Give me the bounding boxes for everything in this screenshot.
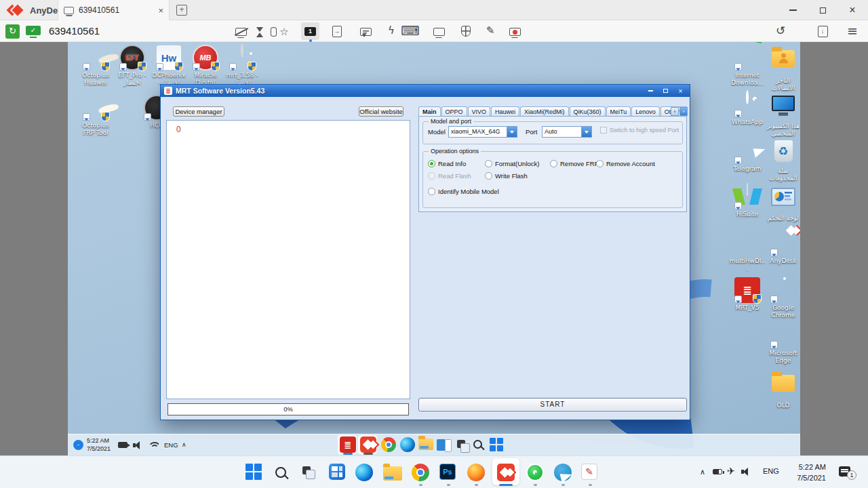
remote-clock[interactable]: 5:22 AM 7/5/2021 <box>87 437 111 453</box>
local-start-button[interactable] <box>245 464 263 481</box>
desktop-icon-eft-pro[interactable]: EFT EFT_Pro - اختصار <box>114 45 151 87</box>
whiteboard-pen-icon[interactable]: ✎ <box>483 24 498 37</box>
local-taskbar-photoshop[interactable]: Ps <box>439 464 457 481</box>
session-tab[interactable]: 639410561 × <box>58 0 170 20</box>
desktop-icon-dcphoenix[interactable]: Hw DCPhoenix - اختصار <box>151 45 187 87</box>
mrt-close-button[interactable]: × <box>675 87 686 96</box>
desktop-icon-mrt-358[interactable]: mrt_3.58 - اختصار <box>224 45 260 87</box>
remote-taskbar-edge[interactable] <box>400 437 415 452</box>
session-time-icon[interactable] <box>252 26 267 38</box>
local-clock[interactable]: 5:22 AM 7/5/2021 <box>788 462 826 484</box>
local-speaker-icon[interactable] <box>741 468 751 476</box>
local-language-indicator[interactable]: ENG <box>763 467 779 475</box>
desktop-icon-this-pc[interactable]: هذا الكمبيوتر الشخصي <box>765 92 800 138</box>
local-taskbar-firefox[interactable] <box>467 464 485 481</box>
desktop-icon-miracle[interactable]: MB Miracle Digital <box>187 45 224 87</box>
tab-scroll-right-button[interactable]: › <box>679 107 688 116</box>
tab-meitu[interactable]: MeiTu <box>606 106 631 117</box>
remote-taskbar-start[interactable] <box>490 438 506 454</box>
local-taskbar-graphics-tool[interactable]: ✎ <box>581 464 599 481</box>
window-minimize-button[interactable] <box>781 0 804 20</box>
tab-main[interactable]: Main <box>418 106 441 117</box>
desktop-icon-old-folder[interactable]: OLD <box>765 369 800 409</box>
remote-speaker-icon[interactable] <box>133 441 142 449</box>
local-task-view-button[interactable] <box>301 465 319 483</box>
tab-oppo[interactable]: OPPO <box>441 106 467 117</box>
remote-taskbar-chrome[interactable] <box>381 437 396 452</box>
start-button[interactable]: START <box>418 398 687 411</box>
official-website-button[interactable]: Official website <box>359 106 403 117</box>
privacy-screen-icon[interactable] <box>233 26 248 38</box>
mrt-minimize-button[interactable] <box>645 87 656 96</box>
desktop-icon-whatsapp[interactable]: WhatsApp <box>729 92 766 126</box>
remote-taskbar-desktops[interactable] <box>456 439 472 455</box>
record-session-icon[interactable] <box>507 26 522 38</box>
monitor-1-button[interactable]: 1 <box>301 22 319 40</box>
radio-identify-mobile-model[interactable]: Identify Mobile Model <box>428 187 499 196</box>
tab-xiaomi[interactable]: XiaoMi(RedMi) <box>520 106 569 117</box>
actions-lightning-icon[interactable]: ϟ <box>384 24 399 37</box>
desktop-icon-mrt-v5[interactable]: ≣ MRT_V5 <box>729 277 766 312</box>
history-icon[interactable]: ↺ <box>773 24 788 37</box>
mrt-titlebar[interactable]: ≣ MRT Software Version5.43 × <box>161 85 690 97</box>
tab-huawei[interactable]: Hauwei <box>491 106 519 117</box>
session-status-icon[interactable]: ↻ <box>5 24 20 39</box>
local-taskbar-explorer[interactable] <box>383 466 401 484</box>
remote-notification-icon[interactable]: - <box>73 440 83 450</box>
permissions-shield-icon[interactable] <box>458 25 473 37</box>
remote-language-indicator[interactable]: ENG <box>164 441 178 449</box>
new-tab-button[interactable]: + <box>176 5 187 16</box>
local-airplane-mode-icon[interactable]: ✈ <box>727 466 735 476</box>
remote-taskbar-task-view[interactable] <box>437 438 453 454</box>
display-settings-icon[interactable] <box>431 26 446 38</box>
port-dropdown[interactable]: Auto <box>542 126 592 138</box>
remote-wifi-icon[interactable] <box>148 442 159 450</box>
radio-write-flash[interactable]: Write Flash <box>485 171 528 180</box>
tab-close-icon[interactable]: × <box>158 5 163 16</box>
remote-taskbar-explorer[interactable] <box>418 439 435 455</box>
window-close-button[interactable]: × <box>841 0 864 20</box>
file-transfer-icon[interactable]: → <box>330 25 344 37</box>
local-taskbar-whatsapp[interactable] <box>526 464 544 481</box>
mrt-maximize-button[interactable] <box>660 87 671 96</box>
desktop-icon-anydesk[interactable]: AnyDesk <box>765 230 800 265</box>
local-battery-icon[interactable] <box>713 469 722 474</box>
favorite-star-icon[interactable]: ☆ <box>277 26 292 38</box>
desktop-icon-idm[interactable]: Internet Downloa... <box>729 45 766 87</box>
desktop-icon-multihw[interactable]: multiHwDl... <box>729 230 766 272</box>
local-widgets-button[interactable] <box>329 464 347 481</box>
main-menu-icon[interactable]: ≡ <box>845 24 860 37</box>
device-manager-button[interactable]: Device manager <box>173 106 224 117</box>
local-tray-chevron-icon[interactable]: ∧ <box>700 468 705 476</box>
model-dropdown[interactable]: xiaomi_MAX_64G <box>448 126 517 138</box>
desktop-icon-octoplus-frp[interactable]: Octoplus FRP Tool <box>77 95 114 137</box>
remote-taskbar-anydesk[interactable] <box>360 436 376 453</box>
radio-read-info[interactable]: Read Info <box>428 159 466 168</box>
radio-format-unlock[interactable]: Format(Unlock) <box>485 159 539 168</box>
remote-camera-icon[interactable] <box>118 442 127 448</box>
desktop-icon-recycle-bin[interactable]: ♻ سلة المحذوفات <box>765 138 800 182</box>
tab-qiku[interactable]: QiKu(360) <box>570 106 606 117</box>
radio-remove-frp[interactable]: Remove FRP <box>550 159 599 168</box>
local-notification-icon[interactable]: 1 <box>839 466 850 476</box>
local-search-button[interactable] <box>275 467 293 485</box>
desktop-icon-edge[interactable]: Microsoft Edge <box>765 323 800 365</box>
tab-vivo[interactable]: VIVO <box>468 106 491 117</box>
desktop-icon-control-panel[interactable]: لوحة التحكم <box>765 184 800 222</box>
desktop-icon-chrome[interactable]: Google Chrome <box>765 277 800 319</box>
high-speed-port-checkbox[interactable]: Swtich to high speed Port <box>600 127 679 134</box>
radio-remove-account[interactable]: Remove Account <box>596 159 655 168</box>
desktop-icon-telegram[interactable]: Telegram <box>729 138 766 173</box>
desktop-icon-octoplus-huawei[interactable]: Octoplus Huawei <box>77 45 114 87</box>
remote-taskbar-mrt[interactable]: ≣ <box>340 436 356 453</box>
tab-lenovo[interactable]: Lenovo <box>631 106 660 117</box>
desktop-icon-contacts-folder[interactable]: الناجر الاتصالات <box>765 45 800 92</box>
address-book-icon[interactable]: ↓ <box>815 25 830 37</box>
local-taskbar-telegram[interactable] <box>554 464 572 481</box>
remote-tray-chevron-icon[interactable]: ∧ <box>182 441 186 448</box>
desktop-icon-hisuite[interactable]: HiSuite <box>729 184 766 218</box>
local-taskbar-chrome[interactable] <box>412 464 429 481</box>
log-output-area[interactable]: 0 <box>166 120 410 399</box>
chat-icon[interactable] <box>358 26 373 38</box>
local-taskbar-edge[interactable] <box>355 464 373 481</box>
